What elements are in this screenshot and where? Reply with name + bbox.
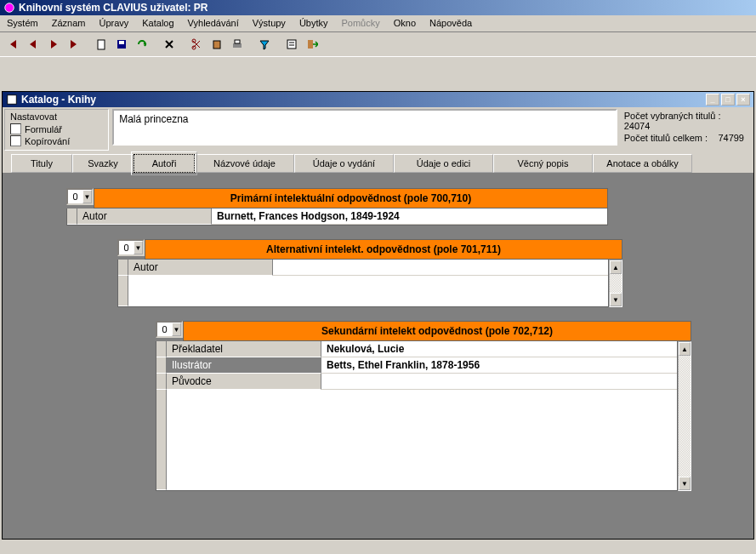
minimize-button[interactable]: _ — [706, 94, 719, 106]
svg-rect-13 — [8, 95, 17, 105]
menu-katalog[interactable]: Katalog — [135, 16, 180, 31]
catalog-window: Katalog - Knihy _ □ × Nastavovat Formulá… — [2, 91, 754, 540]
row-selector[interactable] — [156, 374, 167, 390]
row-selector[interactable] — [67, 208, 77, 225]
table-row[interactable]: IlustrátorBetts, Ethel Franklin, 1878-19… — [156, 357, 677, 374]
value-cell[interactable]: Nekulová, Lucie — [321, 341, 677, 357]
table-row[interactable]: AutorBurnett, Frances Hodgson, 1849-1924 — [67, 208, 607, 225]
svg-rect-3 — [119, 41, 124, 44]
value-cell[interactable] — [321, 374, 677, 390]
svg-rect-9 — [287, 40, 296, 49]
section-3-spinner-btn[interactable]: ▼ — [172, 323, 181, 336]
record-title-field[interactable]: Malá princezna — [112, 109, 617, 146]
svg-rect-7 — [233, 43, 242, 48]
settings-group-title: Nastavovat — [10, 111, 103, 122]
menu-výstupy[interactable]: Výstupy — [246, 16, 293, 31]
menu-systém[interactable]: Systém — [0, 16, 45, 31]
scroll-up-icon[interactable]: ▲ — [679, 342, 691, 356]
section-2-scrollbar[interactable]: ▲▼ — [609, 260, 622, 307]
menu-nápověda[interactable]: Nápověda — [423, 16, 479, 31]
section-3-spinner-input[interactable] — [157, 324, 172, 334]
tab-3[interactable]: Názvové údaje — [195, 154, 294, 173]
tab-2[interactable]: Autoři — [134, 154, 195, 173]
section-2-spinner[interactable]: ▼ — [117, 239, 145, 256]
filter-icon[interactable] — [255, 35, 274, 54]
role-cell[interactable]: Překladatel — [167, 341, 321, 357]
last-icon[interactable] — [65, 35, 83, 54]
print-icon[interactable] — [228, 35, 247, 54]
tab-6[interactable]: Věcný popis — [493, 154, 593, 173]
toolbar — [0, 32, 756, 57]
scroll-down-icon[interactable]: ▼ — [610, 293, 622, 306]
role-cell[interactable]: Ilustrátor — [167, 357, 321, 374]
row-selector[interactable] — [156, 341, 167, 357]
window-title: Katalog - Knihy — [21, 94, 96, 106]
app-titlebar: Knihovní systém CLAVIUS uživatel: PR — [0, 0, 756, 15]
blank-area — [118, 276, 608, 306]
value-cell[interactable]: Betts, Ethel Franklin, 1878-1956 — [321, 357, 677, 374]
tab-7[interactable]: Anotace a obálky — [593, 154, 692, 173]
menu-vyhledávání[interactable]: Vyhledávání — [181, 16, 246, 31]
menu-záznam[interactable]: Záznam — [45, 16, 93, 31]
section-1-header: Primární intelektuální odpovědnost (pole… — [94, 188, 608, 208]
window-titlebar: Katalog - Knihy _ □ × — [3, 92, 753, 107]
tab-1[interactable]: Svazky — [72, 154, 134, 173]
form-checkbox[interactable] — [10, 123, 21, 134]
menu-úbytky[interactable]: Úbytky — [293, 16, 335, 31]
section-2-spinner-input[interactable] — [119, 243, 134, 253]
total-count-value: 74799 — [718, 133, 744, 143]
table-row[interactable]: Původce — [156, 374, 677, 390]
menu-okno[interactable]: Okno — [387, 16, 423, 31]
section-3-spinner[interactable]: ▼ — [156, 321, 183, 338]
blank-area — [156, 390, 677, 490]
value-cell[interactable] — [273, 260, 608, 276]
scroll-down-icon[interactable]: ▼ — [679, 477, 691, 490]
menubar: SystémZáznamÚpravyKatalogVyhledáváníVýst… — [0, 15, 756, 32]
book-icon[interactable] — [207, 35, 226, 54]
undo-icon[interactable] — [133, 35, 151, 54]
scroll-track[interactable] — [610, 274, 622, 293]
svg-rect-12 — [308, 40, 313, 49]
role-cell[interactable]: Autor — [128, 260, 273, 276]
selected-count-value: 24074 — [624, 121, 651, 131]
new-doc-icon[interactable] — [92, 35, 111, 54]
tab-content: ▼Primární intelektuální odpovědnost (pol… — [3, 173, 753, 539]
table-row[interactable]: PřekladatelNekulová, Lucie — [156, 341, 677, 357]
tab-4[interactable]: Údaje o vydání — [294, 154, 394, 173]
section-1-spinner[interactable]: ▼ — [66, 188, 94, 205]
scroll-track[interactable] — [679, 356, 691, 477]
app-icon — [3, 2, 15, 14]
save-icon[interactable] — [112, 35, 131, 54]
row-selector[interactable] — [118, 260, 128, 276]
tab-5[interactable]: Údaje o edici — [394, 154, 493, 173]
copy-checkbox[interactable] — [10, 135, 21, 146]
scissors-icon[interactable] — [187, 35, 206, 54]
tab-strip: TitulySvazkyAutořiNázvové údajeÚdaje o v… — [11, 154, 750, 173]
section-1-spinner-input[interactable] — [68, 191, 82, 202]
responsibility-section-3: ▼Sekundární intelekt odpovědnost (pole 7… — [156, 321, 691, 491]
svg-point-0 — [5, 3, 14, 13]
app-title: Knihovní systém CLAVIUS uživatel: PR — [19, 2, 208, 14]
exit-icon[interactable] — [303, 35, 321, 54]
section-3-scrollbar[interactable]: ▲▼ — [678, 341, 691, 491]
scroll-up-icon[interactable]: ▲ — [610, 260, 622, 274]
maximize-button[interactable]: □ — [721, 94, 735, 106]
tab-0[interactable]: Tituly — [11, 154, 72, 173]
row-selector[interactable] — [156, 357, 167, 374]
table-row[interactable]: Autor — [118, 260, 608, 276]
first-icon[interactable] — [3, 35, 22, 54]
form-icon[interactable] — [282, 35, 301, 54]
prev-icon[interactable] — [24, 35, 43, 54]
next-icon[interactable] — [44, 35, 63, 54]
section-2-spinner-btn[interactable]: ▼ — [134, 241, 143, 254]
delete-icon[interactable] — [160, 35, 179, 54]
section-1-spinner-btn[interactable]: ▼ — [82, 190, 92, 203]
menu-pomůcky[interactable]: Pomůcky — [335, 16, 387, 31]
role-cell[interactable]: Autor — [77, 208, 212, 225]
close-button[interactable]: × — [736, 94, 750, 106]
menu-úpravy[interactable]: Úpravy — [92, 16, 135, 31]
role-cell[interactable]: Původce — [167, 374, 321, 390]
value-cell[interactable]: Burnett, Frances Hodgson, 1849-1924 — [212, 208, 607, 225]
svg-rect-8 — [235, 40, 240, 43]
responsibility-section-1: ▼Primární intelektuální odpovědnost (pol… — [66, 188, 608, 226]
